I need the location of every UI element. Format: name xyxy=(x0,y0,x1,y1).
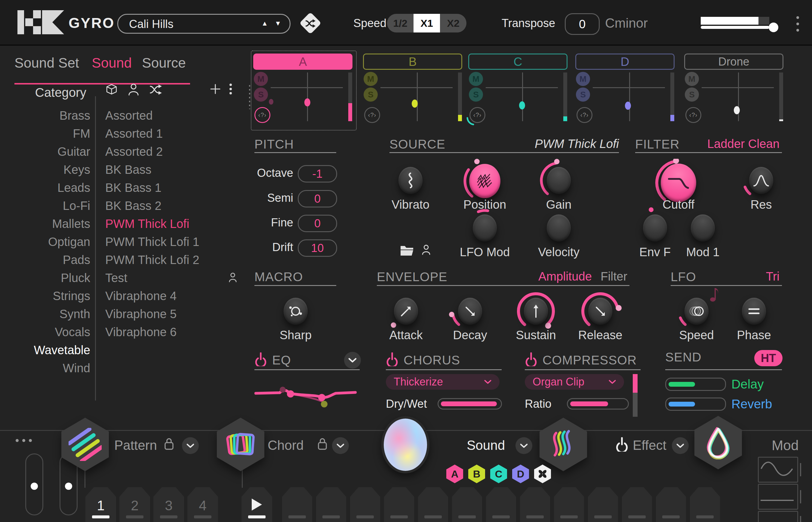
step-button-4[interactable]: 4 xyxy=(187,487,218,522)
category-item[interactable]: Mallets xyxy=(0,215,90,233)
speed-option-half[interactable]: 1/2 xyxy=(387,14,414,33)
preset-item[interactable]: BK Bass xyxy=(105,161,238,179)
category-item-selected[interactable]: Wavetable xyxy=(0,341,90,359)
track-d-solo-button[interactable]: S xyxy=(576,87,590,102)
track-tab-drone[interactable]: Drone xyxy=(684,54,784,70)
mod-1-knob[interactable] xyxy=(691,214,715,241)
octave-value[interactable]: -1 xyxy=(298,165,337,182)
lfo-shape[interactable]: Tri xyxy=(766,270,779,283)
compressor-power-icon[interactable] xyxy=(525,353,537,366)
speed-option-x2[interactable]: X2 xyxy=(440,14,467,33)
category-item[interactable]: Lo-Fi xyxy=(0,197,90,215)
effect-power-icon[interactable] xyxy=(615,437,629,451)
vibrato-knob[interactable] xyxy=(398,167,422,194)
preset-item[interactable]: BK Bass 1 xyxy=(105,179,238,197)
track-d-random-button[interactable]: ‹?› xyxy=(576,107,592,123)
sustain-knob[interactable] xyxy=(524,298,548,325)
chorus-preset-dropdown[interactable]: Thickerize xyxy=(386,374,499,390)
drywet-slider[interactable] xyxy=(438,398,502,409)
sound-slot-d[interactable]: D xyxy=(512,465,529,483)
track-tab-a[interactable]: A xyxy=(253,54,353,70)
eq-expand-button[interactable] xyxy=(344,352,361,369)
eq-curve[interactable] xyxy=(254,376,357,412)
track-a-random-button[interactable]: ‹?› xyxy=(254,107,270,123)
volume-slider[interactable] xyxy=(701,17,758,25)
track-c-mute-button[interactable]: M xyxy=(469,72,483,86)
track-b-mute-button[interactable]: M xyxy=(363,72,378,86)
category-item[interactable]: Pads xyxy=(0,251,90,269)
sound-slot-b[interactable]: B xyxy=(468,465,485,483)
preset-selector[interactable]: Cali Hills ▲ ▼ xyxy=(117,14,291,34)
tab-sound[interactable]: Sound xyxy=(92,55,132,71)
chorus-power-icon[interactable] xyxy=(386,353,398,366)
source-sample-name[interactable]: PWM Thick Lofi xyxy=(535,137,619,150)
preset-item[interactable]: PWM Thick Lofi 2 xyxy=(105,251,238,269)
track-c-pad-dot[interactable] xyxy=(519,101,525,109)
category-item[interactable]: Optigan xyxy=(0,233,90,251)
preset-item[interactable]: BK Bass 2 xyxy=(105,197,238,215)
step-button-1[interactable]: 1 xyxy=(85,487,116,522)
track-drone-pad-dot[interactable] xyxy=(734,106,740,114)
pad-key[interactable] xyxy=(588,487,618,522)
cutoff-knob[interactable] xyxy=(661,164,696,202)
bottom-bar-menu[interactable] xyxy=(16,439,32,442)
pad-key[interactable] xyxy=(282,487,312,522)
pad-key[interactable] xyxy=(656,487,686,522)
category-item[interactable]: Wind xyxy=(0,359,90,377)
pad-key[interactable] xyxy=(452,487,482,522)
track-c-solo-button[interactable]: S xyxy=(469,87,483,102)
release-knob[interactable] xyxy=(588,298,612,325)
hologram-orb[interactable] xyxy=(381,416,430,473)
speed-option-x1[interactable]: X1 xyxy=(414,14,440,33)
track-b-solo-button[interactable]: S xyxy=(363,87,378,102)
category-item[interactable]: Pluck xyxy=(0,269,90,287)
send-ht-badge[interactable]: HT xyxy=(754,350,783,366)
category-item[interactable]: Leads xyxy=(0,179,90,197)
lfo-mod-knob[interactable] xyxy=(473,214,497,241)
track-d-mute-button[interactable]: M xyxy=(576,72,590,86)
mod-slot-3[interactable] xyxy=(758,511,798,522)
category-item[interactable]: FM xyxy=(0,124,90,142)
preset-item[interactable]: Test xyxy=(105,269,238,287)
preset-menu-icon[interactable] xyxy=(230,84,232,95)
reverb-send-slider[interactable] xyxy=(665,398,726,411)
track-tab-c[interactable]: C xyxy=(468,54,568,70)
pad-key[interactable] xyxy=(486,487,516,522)
preset-list-scrollbar[interactable] xyxy=(249,85,250,109)
pad-key[interactable] xyxy=(622,487,652,522)
envelope-tab-amplitude[interactable]: Amplitude xyxy=(538,270,592,283)
track-tab-b[interactable]: B xyxy=(363,54,462,70)
preset-up-arrow[interactable]: ▲ xyxy=(261,20,268,27)
res-knob[interactable] xyxy=(749,167,773,194)
track-b-random-button[interactable]: ‹?› xyxy=(364,107,380,123)
envelope-tab-filter[interactable]: Filter xyxy=(600,270,627,283)
track-a-pad-dot[interactable] xyxy=(304,98,310,106)
pad-key[interactable] xyxy=(350,487,380,522)
position-knob[interactable] xyxy=(469,164,500,198)
ratio-slider[interactable] xyxy=(567,398,629,409)
add-preset-icon[interactable] xyxy=(210,84,221,95)
chord-hex-button[interactable] xyxy=(217,418,264,471)
env-f-knob[interactable] xyxy=(643,214,667,241)
category-item[interactable]: Guitar xyxy=(0,142,90,161)
transpose-value[interactable]: 0 xyxy=(565,13,600,35)
speed-knob[interactable] xyxy=(685,298,709,325)
step-button-2[interactable]: 2 xyxy=(119,487,150,522)
category-item[interactable]: Brass xyxy=(0,106,90,124)
mod-slot-1[interactable] xyxy=(758,457,798,483)
tab-source[interactable]: Source xyxy=(142,55,186,71)
pad-key[interactable] xyxy=(554,487,584,522)
sound-hex-button[interactable] xyxy=(539,418,587,471)
chord-lock-icon[interactable] xyxy=(317,437,328,450)
chord-expand-button[interactable] xyxy=(332,437,349,454)
pad-key[interactable] xyxy=(384,487,414,522)
factory-cube-icon[interactable] xyxy=(105,83,118,96)
tab-sound-set[interactable]: Sound Set xyxy=(15,55,79,71)
sound-expand-button[interactable] xyxy=(515,437,532,454)
pattern-lock-icon[interactable] xyxy=(164,437,174,450)
preset-item[interactable]: PWM Thick Lofi 1 xyxy=(105,233,238,251)
track-drone-random-button[interactable]: ‹?› xyxy=(686,107,701,123)
phase-knob[interactable] xyxy=(742,298,766,325)
category-item[interactable]: Synth xyxy=(0,305,90,323)
semi-value[interactable]: 0 xyxy=(298,190,337,207)
